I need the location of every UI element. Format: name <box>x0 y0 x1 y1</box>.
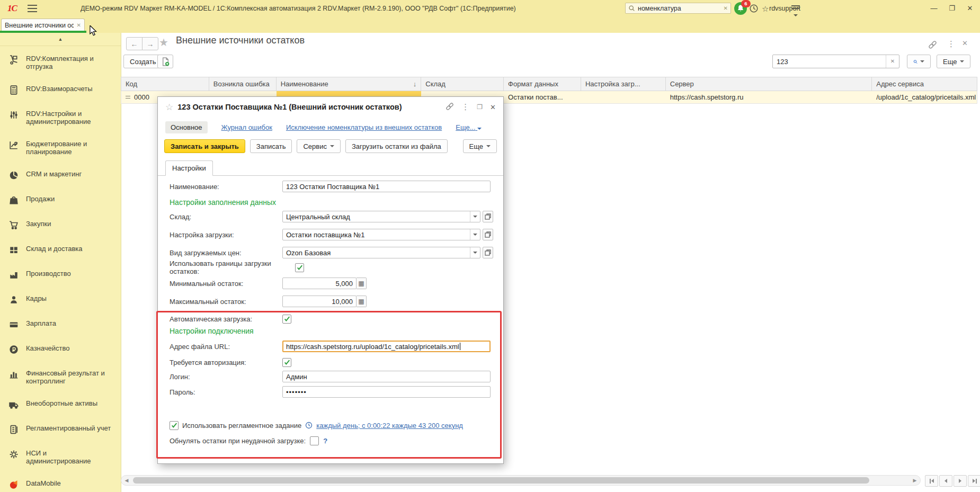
column-header-3[interactable]: Наименование↓ <box>277 77 422 91</box>
price-kind-open-button[interactable] <box>483 247 493 258</box>
get-link-icon[interactable] <box>928 40 937 51</box>
nav-main-tab[interactable]: Основное <box>165 121 208 133</box>
tab-settings[interactable]: Настройки <box>165 160 213 176</box>
sidebar-item-1[interactable]: RDV:Комплектация и отгрузка <box>8 55 119 70</box>
sidebar-item-15[interactable]: Регламентированный учет <box>8 424 119 435</box>
auth-required-checkbox[interactable] <box>282 358 291 367</box>
column-header-1[interactable]: Код <box>121 77 209 91</box>
favorite-star-icon[interactable]: ☆ <box>165 102 173 113</box>
scroll-right-icon[interactable]: ▶ <box>910 478 920 483</box>
history-icon[interactable] <box>749 4 759 15</box>
nav-error-log-link[interactable]: Журнал ошибок <box>221 123 272 131</box>
previous-page-button[interactable] <box>939 475 952 487</box>
load-setting-open-button[interactable] <box>483 229 493 240</box>
schedule-checkbox[interactable] <box>170 421 179 430</box>
warehouse-open-button[interactable] <box>483 211 493 222</box>
sidebar-item-5[interactable]: CRM и маркетинг <box>8 170 119 181</box>
nav-more-link[interactable]: Еще... <box>456 123 482 131</box>
favorite-page-star-icon[interactable]: ★ <box>159 36 168 49</box>
kebab-menu-icon[interactable]: ⋮ <box>461 102 469 112</box>
sidebar-item-14[interactable]: Внеоборотные активы <box>8 399 119 410</box>
clear-list-search-icon[interactable]: ✕ <box>886 55 899 68</box>
maximize-dialog-icon[interactable]: ❐ <box>477 103 483 111</box>
minimize-button[interactable]: — <box>928 3 940 14</box>
sidebar-item-2[interactable]: RDV:Взаиморасчеты <box>8 85 119 95</box>
sidebar-item-8[interactable]: Склад и доставка <box>8 245 119 255</box>
calculator-icon[interactable]: ▦ <box>357 296 367 307</box>
back-button[interactable]: ← <box>126 37 142 50</box>
get-link-icon[interactable] <box>446 102 454 112</box>
clear-search-icon[interactable]: ✕ <box>724 5 728 11</box>
nav-exclusions-link[interactable]: Исключение номенклатуры из внешних остат… <box>286 123 442 131</box>
close-page-icon[interactable]: ✕ <box>962 39 968 47</box>
first-page-button[interactable] <box>925 475 938 487</box>
new-group-icon-button[interactable] <box>157 55 173 68</box>
sidebar-item-13[interactable]: Финансовый результат и контроллинг <box>8 369 119 385</box>
sidebar-item-4[interactable]: Бюджетирование и планирование <box>8 140 119 156</box>
max-stock-input[interactable]: 10,000 <box>282 296 357 307</box>
sidebar-item-9[interactable]: Производство <box>8 270 119 280</box>
service-button[interactable]: Сервис <box>297 139 341 153</box>
url-input[interactable]: https://cash.spetstorg.ru/upload/1c_cata… <box>282 341 491 352</box>
main-menu-burger-icon[interactable] <box>28 5 37 12</box>
scroll-left-icon[interactable]: ◀ <box>121 478 132 483</box>
price-kind-combo[interactable]: Ozon Базовая <box>282 247 480 258</box>
load-setting-combo[interactable]: Остатки поставщика №1 <box>282 229 480 240</box>
close-dialog-icon[interactable]: ✕ <box>490 103 496 111</box>
scrollbar-thumb[interactable] <box>133 477 869 484</box>
use-limits-checkbox[interactable] <box>295 263 304 272</box>
maximize-button[interactable]: ❐ <box>946 3 958 14</box>
notifications-bell-icon[interactable]: 6 <box>734 2 747 15</box>
chevron-down-icon[interactable] <box>470 247 480 258</box>
name-input[interactable]: 123 Остатки Поставщика №1 <box>282 181 491 192</box>
search-button[interactable] <box>907 55 931 68</box>
schedule-link[interactable]: каждый день; с 0:00:22 каждые 43 200 сек… <box>316 422 463 430</box>
tab-close-icon[interactable]: ✕ <box>77 22 81 28</box>
sidebar-item-3[interactable]: RDV:Настройки и администрирование <box>8 110 119 126</box>
list-more-button[interactable]: Еще <box>937 55 970 68</box>
save-button[interactable]: Записать <box>250 139 292 153</box>
next-page-button[interactable] <box>954 475 967 487</box>
chevron-down-icon[interactable] <box>470 211 480 222</box>
last-page-button[interactable] <box>968 475 980 487</box>
create-button[interactable]: Создать <box>123 55 162 68</box>
column-header-7[interactable]: Сервер <box>666 77 872 91</box>
sidebar-item-7[interactable]: Закупки <box>8 220 119 230</box>
load-from-file-button[interactable]: Загрузить остатки из файла <box>345 139 448 153</box>
auto-load-checkbox[interactable] <box>282 315 291 324</box>
calculator-icon[interactable]: ▦ <box>357 278 367 289</box>
tab-external-stock-sources[interactable]: Внешние источники остатков ✕ <box>1 19 85 31</box>
help-question-mark[interactable]: ? <box>323 437 327 445</box>
login-input[interactable]: Админ <box>282 371 491 382</box>
column-header-6[interactable]: Настройка загр... <box>581 77 666 91</box>
sidebar-item-16[interactable]: НСИ и администрирование <box>8 449 119 465</box>
warehouse-combo[interactable]: Центральный склад <box>282 211 480 222</box>
sidebar-item-6[interactable]: Продажи <box>8 195 119 205</box>
column-header-8[interactable]: Адрес сервиса <box>872 77 977 91</box>
min-stock-input[interactable]: 5,000 <box>282 278 357 289</box>
favorites-star-icon[interactable]: ☆ <box>762 4 769 14</box>
password-input[interactable]: ••••••• <box>282 386 491 398</box>
row-cell-7[interactable]: https://cash.spetstorg.ru <box>666 91 872 103</box>
sidebar-item-10[interactable]: Кадры <box>8 294 119 305</box>
forward-button[interactable]: → <box>142 37 158 50</box>
sidebar-item-11[interactable]: Зарплата <box>8 319 119 330</box>
row-cell-6[interactable] <box>581 91 666 103</box>
kebab-menu-icon[interactable]: ⋮ <box>947 39 955 49</box>
save-and-close-button[interactable]: Записать и закрыть <box>164 139 245 153</box>
chevron-down-icon[interactable] <box>470 229 480 240</box>
row-cell-5[interactable]: Остатки постав... <box>504 91 581 103</box>
column-header-5[interactable]: Формат данных <box>504 77 581 91</box>
sidebar-item-12[interactable]: Казначейство <box>8 344 119 355</box>
list-search-input[interactable]: 123 ✕ <box>772 55 899 68</box>
column-header-2[interactable]: Возникла ошибка <box>209 77 277 91</box>
sidebar-collapse-arrow-icon[interactable]: ▲ <box>0 33 121 46</box>
horizontal-scrollbar[interactable]: ◀ ▶ <box>121 475 921 486</box>
user-menu-icon[interactable] <box>791 5 800 18</box>
column-header-4[interactable]: Склад <box>421 77 504 91</box>
row-cell-8[interactable]: /upload/1c_catalog/pricetails.xml <box>872 91 977 103</box>
global-search-input[interactable]: номенклатура ✕ <box>625 3 731 14</box>
reset-on-fail-checkbox[interactable] <box>310 436 319 445</box>
dialog-more-button[interactable]: Еще <box>463 139 497 153</box>
sidebar-item-17[interactable]: DataMobile <box>8 479 119 490</box>
